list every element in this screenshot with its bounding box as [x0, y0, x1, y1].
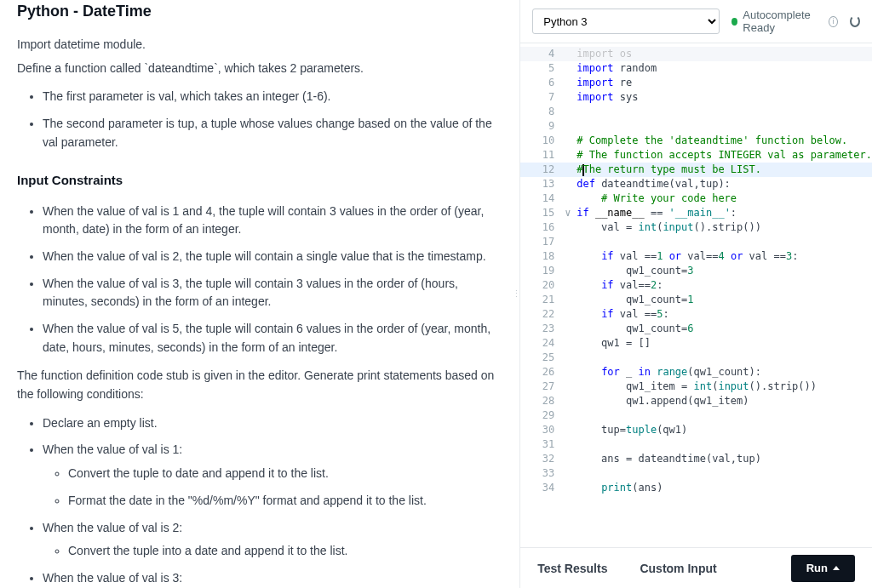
- tab-custom-input[interactable]: Custom Input: [640, 562, 716, 575]
- fold-gutter[interactable]: [565, 365, 577, 380]
- line-content[interactable]: qw1_item = int(input().strip()): [577, 380, 872, 394]
- line-content[interactable]: def dateandtime(val,tup):: [577, 177, 872, 191]
- code-line[interactable]: 30 tup=tuple(qw1): [520, 423, 872, 437]
- fold-gutter[interactable]: [565, 380, 577, 394]
- code-line[interactable]: 13def dateandtime(val,tup):: [520, 177, 872, 191]
- line-content[interactable]: ans = dateandtime(val,tup): [577, 452, 872, 466]
- code-line[interactable]: 12#The return type must be LIST.: [520, 163, 872, 177]
- code-line[interactable]: 7import sys: [520, 90, 872, 105]
- fold-gutter[interactable]: [565, 235, 577, 249]
- fold-gutter[interactable]: [565, 177, 577, 191]
- fold-gutter[interactable]: [565, 394, 577, 408]
- fold-gutter[interactable]: [565, 61, 577, 76]
- line-content[interactable]: qw1_count=3: [577, 264, 872, 278]
- code-line[interactable]: 11# The function accepts INTEGER val as …: [520, 148, 872, 163]
- line-content[interactable]: [577, 119, 872, 134]
- info-icon[interactable]: i: [829, 16, 838, 27]
- line-content[interactable]: val = int(input().strip()): [577, 220, 872, 235]
- fold-gutter[interactable]: [565, 278, 577, 293]
- code-line[interactable]: 5import random: [520, 61, 872, 76]
- code-line[interactable]: 18 if val ==1 or val==4 or val ==3:: [520, 249, 872, 264]
- code-line[interactable]: 16 val = int(input().strip()): [520, 220, 872, 235]
- code-line[interactable]: 10# Complete the 'dateandtime' function …: [520, 134, 872, 148]
- line-content[interactable]: if __name__ == '__main__':: [577, 206, 872, 220]
- line-content[interactable]: [577, 437, 872, 452]
- line-content[interactable]: #The return type must be LIST.: [577, 163, 872, 177]
- refresh-icon[interactable]: [850, 15, 860, 27]
- line-content[interactable]: [577, 351, 872, 365]
- code-line[interactable]: 20 if val==2:: [520, 278, 872, 293]
- line-content[interactable]: import os: [577, 47, 872, 61]
- line-content[interactable]: qw1_count=6: [577, 322, 872, 336]
- code-line[interactable]: 24 qw1 = []: [520, 336, 872, 351]
- code-line[interactable]: 21 qw1_count=1: [520, 293, 872, 307]
- line-content[interactable]: if val==2:: [577, 278, 872, 293]
- code-line[interactable]: 15∨if __name__ == '__main__':: [520, 206, 872, 220]
- fold-gutter[interactable]: [565, 336, 577, 351]
- line-content[interactable]: qw1_count=1: [577, 293, 872, 307]
- code-line[interactable]: 8: [520, 105, 872, 119]
- code-line[interactable]: 29: [520, 408, 872, 423]
- language-select[interactable]: Python 3: [532, 9, 720, 34]
- line-content[interactable]: [577, 235, 872, 249]
- line-content[interactable]: qw1.append(qw1_item): [577, 394, 872, 408]
- fold-gutter[interactable]: [565, 163, 577, 177]
- code-line[interactable]: 14 # Write your code here: [520, 191, 872, 206]
- code-line[interactable]: 6import re: [520, 76, 872, 90]
- fold-gutter[interactable]: [565, 437, 577, 452]
- line-content[interactable]: tup=tuple(qw1): [577, 423, 872, 437]
- fold-gutter[interactable]: [565, 220, 577, 235]
- fold-gutter[interactable]: [565, 134, 577, 148]
- fold-gutter[interactable]: [565, 351, 577, 365]
- fold-gutter[interactable]: [565, 105, 577, 119]
- line-content[interactable]: # Write your code here: [577, 191, 872, 206]
- code-line[interactable]: 19 qw1_count=3: [520, 264, 872, 278]
- line-content[interactable]: # The function accepts INTEGER val as pa…: [577, 148, 872, 163]
- code-line[interactable]: 26 for _ in range(qw1_count):: [520, 365, 872, 380]
- fold-gutter[interactable]: [565, 307, 577, 322]
- line-content[interactable]: # Complete the 'dateandtime' function be…: [577, 134, 872, 148]
- fold-gutter[interactable]: [565, 47, 577, 61]
- line-content[interactable]: if val ==1 or val==4 or val ==3:: [577, 249, 872, 264]
- fold-gutter[interactable]: [565, 90, 577, 105]
- fold-gutter[interactable]: [565, 76, 577, 90]
- code-editor[interactable]: 4import os5import random6import re7impor…: [520, 43, 872, 547]
- line-content[interactable]: qw1 = []: [577, 336, 872, 351]
- code-line[interactable]: 33: [520, 466, 872, 481]
- fold-gutter[interactable]: [565, 119, 577, 134]
- line-content[interactable]: for _ in range(qw1_count):: [577, 365, 872, 380]
- line-content[interactable]: [577, 466, 872, 481]
- code-line[interactable]: 32 ans = dateandtime(val,tup): [520, 452, 872, 466]
- fold-gutter[interactable]: [565, 452, 577, 466]
- fold-gutter[interactable]: [565, 481, 577, 495]
- fold-gutter[interactable]: [565, 249, 577, 264]
- fold-gutter[interactable]: [565, 322, 577, 336]
- fold-gutter[interactable]: [565, 264, 577, 278]
- line-content[interactable]: import re: [577, 76, 872, 90]
- line-content[interactable]: [577, 105, 872, 119]
- code-line[interactable]: 23 qw1_count=6: [520, 322, 872, 336]
- fold-gutter[interactable]: [565, 466, 577, 481]
- code-line[interactable]: 27 qw1_item = int(input().strip()): [520, 380, 872, 394]
- fold-gutter[interactable]: ∨: [565, 206, 577, 220]
- code-line[interactable]: 31: [520, 437, 872, 452]
- code-line[interactable]: 28 qw1.append(qw1_item): [520, 394, 872, 408]
- line-content[interactable]: import sys: [577, 90, 872, 105]
- code-line[interactable]: 4import os: [520, 47, 872, 61]
- fold-gutter[interactable]: [565, 423, 577, 437]
- code-line[interactable]: 9: [520, 119, 872, 134]
- code-line[interactable]: 34 print(ans): [520, 481, 872, 495]
- resize-handle[interactable]: ⋮: [513, 0, 519, 588]
- line-content[interactable]: import random: [577, 61, 872, 76]
- fold-gutter[interactable]: [565, 148, 577, 163]
- fold-gutter[interactable]: [565, 293, 577, 307]
- tab-test-results[interactable]: Test Results: [537, 562, 607, 575]
- line-content[interactable]: if val ==5:: [577, 307, 872, 322]
- line-content[interactable]: [577, 408, 872, 423]
- line-content[interactable]: print(ans): [577, 481, 872, 495]
- code-line[interactable]: 25: [520, 351, 872, 365]
- run-button[interactable]: Run: [791, 555, 855, 582]
- fold-gutter[interactable]: [565, 191, 577, 206]
- code-line[interactable]: 22 if val ==5:: [520, 307, 872, 322]
- fold-gutter[interactable]: [565, 408, 577, 423]
